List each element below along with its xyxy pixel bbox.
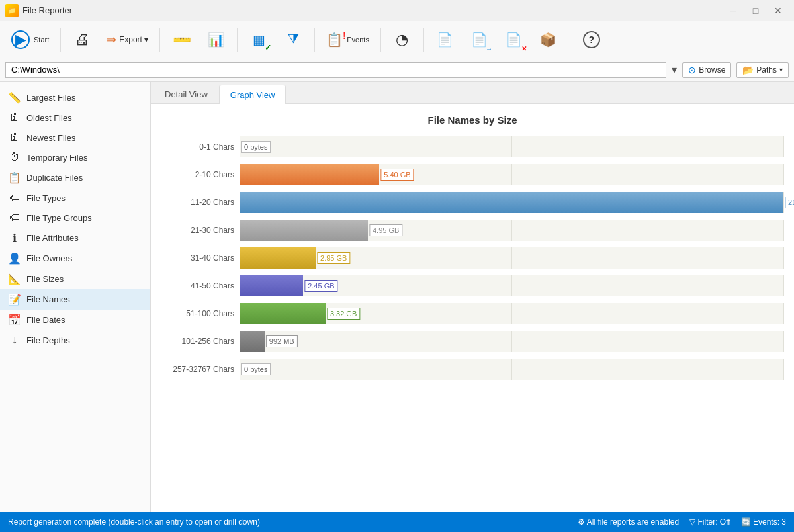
sidebar: 📏 Largest Files 🗓 Oldest Files 🗓 Newest …: [0, 82, 151, 512]
sidebar-label-file-names: File Names: [26, 294, 70, 304]
sidebar-item-file-depths[interactable]: ↓ File Depths: [0, 330, 150, 350]
sidebar-label-file-depths: File Depths: [26, 335, 70, 345]
doc2-button[interactable]: 📄 →: [464, 24, 496, 56]
temporary-files-icon: ⏱: [8, 152, 21, 163]
chart-bar: 992 MB: [240, 331, 265, 352]
sidebar-item-file-types[interactable]: 🏷 File Types: [0, 188, 150, 208]
file-types-icon: 🏷: [8, 192, 21, 204]
tab-graph-view[interactable]: Graph View: [219, 85, 287, 104]
chart-row: 257-32767 Chars0 bytes: [161, 359, 783, 380]
filter-button[interactable]: ⧩: [277, 24, 309, 56]
chart-bar-value: 3.32 GB: [327, 308, 360, 320]
chart-button[interactable]: 📊: [200, 24, 232, 56]
browse-button[interactable]: ⊙ Browse: [682, 62, 731, 78]
pie-chart-icon: ◔: [396, 31, 408, 48]
chart-bar-value: 2.95 GB: [317, 252, 350, 264]
chart-row: 41-50 Chars2.45 GB: [161, 275, 783, 296]
print-button[interactable]: 🖨: [66, 24, 98, 56]
tab-detail-view[interactable]: Detail View: [154, 85, 219, 103]
chart-bar-label: 41-50 Chars: [161, 281, 234, 290]
events-status-icon: 🔄: [741, 517, 751, 527]
checkmark-badge: ✓: [265, 43, 271, 52]
chart-bar-value: 0 bytes: [241, 141, 271, 153]
address-input[interactable]: [5, 62, 666, 78]
doc1-icon: 📄: [437, 32, 453, 48]
chart-bar-label: 31-40 Chars: [161, 253, 234, 263]
ruler-button[interactable]: 📏: [165, 24, 197, 56]
sidebar-item-duplicate-files[interactable]: 📋 Duplicate Files: [0, 167, 150, 188]
chart-bar-label: 2-10 Chars: [161, 170, 234, 179]
minimize-button[interactable]: ─: [723, 3, 744, 19]
chart-bar: 2.95 GB: [240, 247, 316, 269]
sidebar-item-file-names[interactable]: 📝 File Names: [0, 289, 150, 310]
chart-row: 31-40 Chars2.95 GB: [161, 247, 783, 269]
filter-status-icon: ▽: [689, 517, 695, 527]
chart-bar-value: 4.95 GB: [369, 224, 402, 236]
sidebar-label-duplicate-files: Duplicate Files: [26, 173, 83, 183]
doc4-button[interactable]: 📦: [533, 24, 564, 56]
toolbar-separator-6: [423, 28, 424, 52]
sidebar-item-file-sizes[interactable]: 📐 File Sizes: [0, 269, 150, 289]
browse-icon: ⊙: [688, 65, 696, 75]
toolbar-separator-2: [159, 28, 160, 52]
sidebar-label-file-types: File Types: [26, 193, 66, 203]
content-area: Detail View Graph View File Names by Siz…: [151, 82, 794, 512]
chart-title: File Names by Size: [161, 114, 783, 126]
sidebar-label-largest-files: Largest Files: [26, 93, 75, 103]
sidebar-item-file-attributes[interactable]: ℹ File Attributes: [0, 228, 150, 248]
sidebar-label-temporary-files: Temporary Files: [26, 153, 87, 163]
chart-bar: 3.32 GB: [240, 303, 326, 324]
chart-row: 2-10 Chars5.40 GB: [161, 164, 783, 185]
paths-arrow: ▾: [779, 66, 783, 73]
sidebar-item-temporary-files[interactable]: ⏱ Temporary Files: [0, 148, 150, 167]
chart-row: 51-100 Chars3.32 GB: [161, 303, 783, 324]
chart-row: 11-20 Chars21.0 GB: [161, 192, 783, 213]
status-bar: Report generation complete (double-click…: [0, 512, 794, 532]
sidebar-item-largest-files[interactable]: 📏 Largest Files: [0, 87, 150, 108]
doc4-icon: 📦: [540, 32, 556, 48]
dropdown-arrow[interactable]: ▾: [672, 64, 677, 76]
events-button[interactable]: 📋! Events: [320, 24, 375, 56]
events-label: Events: 3: [753, 517, 786, 527]
sidebar-item-file-dates[interactable]: 📅 File Dates: [0, 310, 150, 330]
toolbar: ▶ Start 🖨 ⇒ Export ▾ 📏 📊 ▦ ✓ ⧩ 📋! Events…: [0, 21, 794, 58]
export-button[interactable]: ⇒ Export ▾: [101, 24, 154, 56]
sidebar-item-file-owners[interactable]: 👤 File Owners: [0, 248, 150, 269]
sidebar-label-file-dates: File Dates: [26, 315, 66, 325]
oldest-files-icon: 🗓: [8, 112, 21, 124]
address-bar: ▾ ⊙ Browse 📂 Paths ▾: [0, 58, 794, 82]
sidebar-item-file-type-groups[interactable]: 🏷 File Type Groups: [0, 208, 150, 228]
chart-bar-container: 2.45 GB: [240, 275, 783, 296]
sidebar-item-newest-files[interactable]: 🗓 Newest Files: [0, 128, 150, 148]
sidebar-label-newest-files: Newest Files: [26, 133, 75, 143]
close-button[interactable]: ✕: [768, 3, 789, 19]
pie-chart-button[interactable]: ◔: [386, 24, 418, 56]
toolbar-separator-7: [570, 28, 570, 52]
help-button[interactable]: ?: [576, 24, 607, 56]
file-names-icon: 📝: [8, 293, 21, 306]
browse-label: Browse: [699, 66, 725, 75]
doc1-button[interactable]: 📄: [429, 24, 461, 56]
sidebar-item-oldest-files[interactable]: 🗓 Oldest Files: [0, 108, 150, 128]
file-attributes-icon: ℹ: [8, 232, 21, 244]
chart-bar-container: 0 bytes: [240, 136, 783, 157]
settings-status: ⚙ All file reports are enabled: [578, 517, 679, 527]
doc2-arrow: →: [486, 45, 492, 52]
paths-button[interactable]: 📂 Paths ▾: [736, 62, 789, 78]
gear-icon: ⚙: [578, 517, 585, 527]
print-icon: 🖨: [75, 31, 89, 48]
chart-bar-container: 5.40 GB: [240, 164, 783, 185]
maximize-button[interactable]: □: [745, 3, 766, 19]
sidebar-label-oldest-files: Oldest Files: [26, 113, 72, 123]
doc3-icon: 📄: [506, 32, 522, 48]
chart-row: 101-256 Chars992 MB: [161, 331, 783, 352]
filter-check-icon: ▦: [253, 32, 265, 48]
start-button[interactable]: ▶ Start: [5, 24, 55, 56]
filter-check-button[interactable]: ▦ ✓: [243, 24, 275, 56]
title-bar-left: 📁 File Reporter: [5, 4, 72, 17]
toolbar-separator-3: [237, 28, 238, 52]
paths-folder-icon: 📂: [742, 65, 754, 75]
newest-files-icon: 🗓: [8, 132, 21, 144]
file-depths-icon: ↓: [8, 334, 21, 346]
doc3-button[interactable]: 📄 ✕: [498, 24, 530, 56]
